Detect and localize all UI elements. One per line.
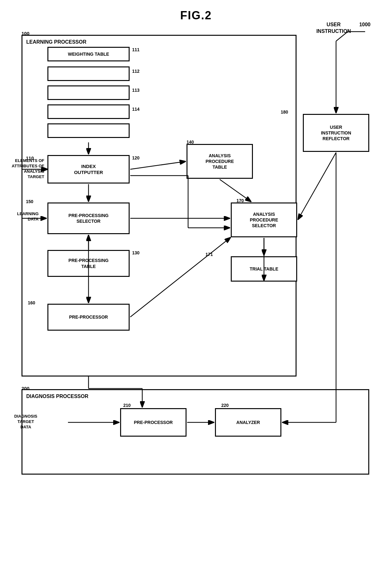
weighting-table-box: WEIGHTING TABLE: [47, 47, 130, 61]
svg-line-19: [298, 153, 336, 220]
wt-row3: [47, 104, 130, 119]
trial-table-box: TRIAL TABLE: [231, 256, 297, 282]
number-180: 180: [281, 109, 288, 115]
number-210: 210: [123, 402, 131, 408]
wt-row2: [47, 85, 130, 100]
number-150: 150: [26, 199, 33, 204]
analysis-procedure-selector-box: ANALYSIS PROCEDURE SELECTOR: [231, 202, 297, 237]
pre-processing-selector-box: PRE-PROCESSING SELECTOR: [47, 202, 130, 234]
number-1000: 1000: [359, 22, 371, 28]
learning-data-label-text: LEARNINGDATA: [1, 211, 39, 222]
pre-processing-table-box: PRE-PROCESSING TABLE: [47, 250, 130, 277]
pre-processor-bottom-box: PRE-PROCESSOR: [120, 408, 187, 437]
number-114: 114: [132, 106, 139, 112]
number-170: 170: [236, 198, 244, 203]
elements-attributes-label: ELEMENTS OFATTRIBUTES OF ANALYSISTARGET: [3, 158, 44, 180]
number-113: 113: [132, 87, 139, 93]
user-instruction-label: USER INSTRUCTION: [316, 22, 351, 35]
wt-row4: [47, 123, 130, 138]
wt-row1: [47, 66, 130, 81]
diagnosis-processor-box: DIAGNOSIS PROCESSOR: [21, 389, 369, 475]
pre-processor-top-box: PRE-PROCESSOR: [47, 304, 130, 331]
number-112: 112: [132, 68, 139, 74]
number-140: 140: [187, 139, 194, 145]
diagnosis-target-data-label: DIAGNOSISTARGETDATA: [1, 414, 50, 430]
number-111: 111: [132, 47, 139, 53]
learning-processor-label: LEARNING PROCESSOR: [26, 39, 86, 46]
number-160: 160: [28, 300, 35, 306]
index-outputter-box: INDEX OUTPUTTER: [47, 155, 130, 184]
user-instruction-reflector-box: USER INSTRUCTION REFLECTOR: [303, 114, 369, 152]
number-171: 171: [205, 252, 213, 257]
number-100: 100: [21, 30, 29, 37]
figure-title: FIG.2: [180, 9, 212, 22]
number-220: 220: [221, 402, 229, 408]
number-120: 120: [132, 155, 139, 161]
number-130: 130: [132, 250, 139, 256]
diagram: FIG.2 USER INSTRUCTION 1000 LEARNING PRO…: [0, 0, 392, 579]
number-200: 200: [21, 385, 29, 392]
analyzer-box: ANALYZER: [215, 408, 281, 437]
diagnosis-processor-label: DIAGNOSIS PROCESSOR: [26, 393, 88, 400]
analysis-procedure-table-box: ANALYSIS PROCEDURE TABLE: [187, 144, 253, 179]
